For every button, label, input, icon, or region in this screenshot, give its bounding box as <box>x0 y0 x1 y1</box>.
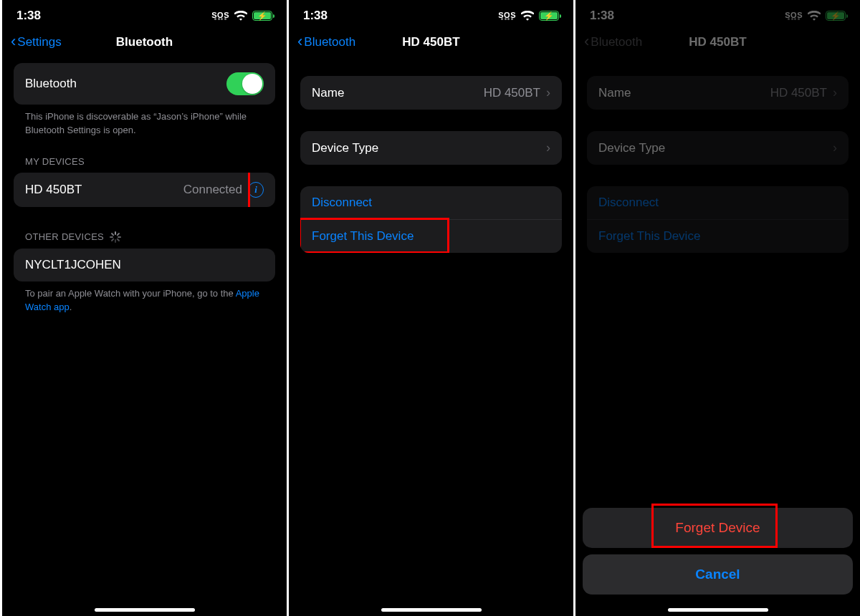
status-bar: 1:38 SOS ⚡ <box>2 0 287 29</box>
wifi-icon <box>808 11 821 21</box>
clock: 1:38 <box>590 9 614 23</box>
sheet-cancel-button[interactable]: Cancel <box>583 554 853 595</box>
clock: 1:38 <box>16 9 41 23</box>
pair-watch-text: To pair an Apple Watch with your iPhone,… <box>2 281 287 314</box>
screen-device-detail: 1:38 SOS ⚡ ‹ Bluetooth HD 450BT Name HD … <box>287 0 573 616</box>
disconnect-button: Disconnect <box>587 186 849 219</box>
device-status: Connected <box>183 183 242 197</box>
bluetooth-toggle-label: Bluetooth <box>25 77 77 91</box>
disconnect-button[interactable]: Disconnect <box>300 186 562 219</box>
discoverable-text: This iPhone is discoverable as “Jason’s … <box>2 105 287 138</box>
back-button: ‹ Bluetooth <box>584 35 642 49</box>
battery-icon: ⚡ <box>252 11 272 21</box>
clock: 1:38 <box>303 9 328 23</box>
back-button[interactable]: ‹ Bluetooth <box>297 35 355 49</box>
back-label: Settings <box>17 35 61 49</box>
home-indicator[interactable] <box>381 608 482 612</box>
sos-indicator: SOS <box>785 12 803 20</box>
wifi-icon <box>234 11 247 21</box>
screen-forget-confirm: 1:38 SOS ⚡ ‹ Bluetooth HD 450BT Name HD … <box>573 0 860 616</box>
chevron-left-icon: ‹ <box>297 34 302 49</box>
back-label: Bluetooth <box>591 35 642 49</box>
nav-bar: ‹ Bluetooth HD 450BT <box>575 29 860 63</box>
my-devices-header: MY DEVICES <box>2 156 287 173</box>
nav-bar: ‹ Settings Bluetooth <box>2 29 287 63</box>
spinner-icon <box>110 231 121 243</box>
name-label: Name <box>598 86 631 100</box>
device-row[interactable]: HD 450BT Connected i <box>14 173 275 207</box>
action-sheet: Forget Device Cancel <box>575 501 860 616</box>
battery-icon: ⚡ <box>826 11 846 21</box>
other-device-row[interactable]: NYCLT1JCOHEN <box>14 249 275 281</box>
other-devices-header: OTHER DEVICES <box>2 231 287 249</box>
nav-bar: ‹ Bluetooth HD 450BT <box>289 29 573 63</box>
status-bar: 1:38 SOS ⚡ <box>575 0 860 29</box>
name-label: Name <box>312 86 344 100</box>
wifi-icon <box>521 11 534 21</box>
home-indicator[interactable] <box>668 608 768 612</box>
name-value: HD 450BT <box>770 86 827 100</box>
screen-bluetooth-list: 1:38 SOS ⚡ ‹ Settings Bluetooth Bluetoot… <box>0 0 287 616</box>
name-row[interactable]: Name HD 450BT› <box>300 76 562 110</box>
device-type-label: Device Type <box>312 141 378 155</box>
home-indicator[interactable] <box>95 608 195 612</box>
back-label: Bluetooth <box>304 35 355 49</box>
bluetooth-toggle-row[interactable]: Bluetooth <box>14 63 275 105</box>
device-type-row: Device Type › <box>587 131 849 165</box>
name-value: HD 450BT <box>484 86 540 100</box>
bluetooth-toggle[interactable] <box>226 72 264 95</box>
chevron-left-icon: ‹ <box>584 34 589 49</box>
chevron-right-icon: › <box>833 140 837 155</box>
battery-icon: ⚡ <box>539 11 559 21</box>
device-type-row[interactable]: Device Type › <box>300 131 562 165</box>
info-icon[interactable]: i <box>248 182 264 198</box>
back-button[interactable]: ‹ Settings <box>11 35 62 49</box>
status-bar: 1:38 SOS ⚡ <box>289 0 573 29</box>
chevron-right-icon: › <box>833 85 837 100</box>
other-device-name: NYCLT1JCOHEN <box>25 258 121 272</box>
sos-indicator: SOS <box>498 12 516 20</box>
forget-device-button: Forget This Device <box>587 219 849 253</box>
sheet-forget-button[interactable]: Forget Device <box>583 508 853 548</box>
chevron-right-icon: › <box>546 140 550 155</box>
device-type-label: Device Type <box>598 141 665 155</box>
device-name: HD 450BT <box>25 183 82 197</box>
name-row: Name HD 450BT› <box>587 76 849 110</box>
forget-device-button[interactable]: Forget This Device <box>300 219 562 253</box>
sos-indicator: SOS <box>211 12 229 20</box>
chevron-left-icon: ‹ <box>11 34 16 49</box>
chevron-right-icon: › <box>546 85 550 100</box>
